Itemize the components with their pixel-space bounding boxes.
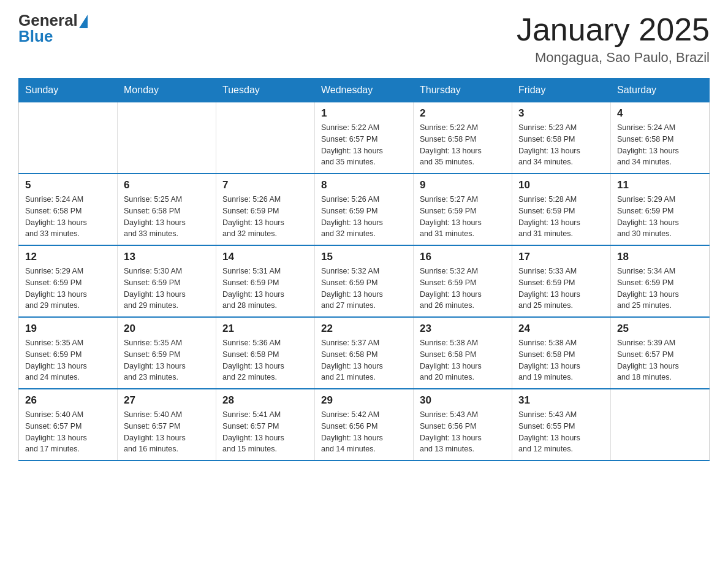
day-number: 7 xyxy=(222,179,308,191)
day-info: Sunrise: 5:22 AM Sunset: 6:58 PM Dayligh… xyxy=(420,122,506,168)
week-row-5: 26Sunrise: 5:40 AM Sunset: 6:57 PM Dayli… xyxy=(19,389,710,461)
day-number: 4 xyxy=(617,107,703,120)
day-number: 2 xyxy=(420,107,506,120)
day-number: 19 xyxy=(25,323,111,335)
day-info: Sunrise: 5:42 AM Sunset: 6:56 PM Dayligh… xyxy=(321,409,407,455)
calendar-cell: 17Sunrise: 5:33 AM Sunset: 6:59 PM Dayli… xyxy=(512,245,611,317)
day-info: Sunrise: 5:39 AM Sunset: 6:57 PM Dayligh… xyxy=(617,337,703,383)
calendar-month-year: January 2025 xyxy=(517,12,710,47)
day-info: Sunrise: 5:32 AM Sunset: 6:59 PM Dayligh… xyxy=(420,266,506,312)
page-header: General Blue January 2025 Mongagua, Sao … xyxy=(18,12,710,66)
day-info: Sunrise: 5:38 AM Sunset: 6:58 PM Dayligh… xyxy=(518,337,604,383)
day-info: Sunrise: 5:32 AM Sunset: 6:59 PM Dayligh… xyxy=(321,266,407,312)
day-info: Sunrise: 5:40 AM Sunset: 6:57 PM Dayligh… xyxy=(124,409,210,455)
calendar-cell: 10Sunrise: 5:28 AM Sunset: 6:59 PM Dayli… xyxy=(512,174,611,245)
day-info: Sunrise: 5:34 AM Sunset: 6:59 PM Dayligh… xyxy=(617,266,703,312)
day-info: Sunrise: 5:28 AM Sunset: 6:59 PM Dayligh… xyxy=(518,194,604,240)
day-number: 25 xyxy=(617,323,703,335)
calendar-cell: 21Sunrise: 5:36 AM Sunset: 6:58 PM Dayli… xyxy=(216,317,315,389)
day-number: 1 xyxy=(321,107,407,120)
calendar-cell: 16Sunrise: 5:32 AM Sunset: 6:59 PM Dayli… xyxy=(414,245,512,317)
day-number: 13 xyxy=(124,251,210,263)
day-number: 29 xyxy=(321,394,407,407)
day-info: Sunrise: 5:24 AM Sunset: 6:58 PM Dayligh… xyxy=(617,122,703,168)
calendar-cell: 26Sunrise: 5:40 AM Sunset: 6:57 PM Dayli… xyxy=(19,389,118,461)
calendar-cell: 3Sunrise: 5:23 AM Sunset: 6:58 PM Daylig… xyxy=(512,102,611,174)
calendar-cell: 19Sunrise: 5:35 AM Sunset: 6:59 PM Dayli… xyxy=(19,317,118,389)
day-header-tuesday: Tuesday xyxy=(216,79,315,102)
day-info: Sunrise: 5:31 AM Sunset: 6:59 PM Dayligh… xyxy=(222,266,308,312)
day-number: 10 xyxy=(518,179,604,191)
days-of-week-row: SundayMondayTuesdayWednesdayThursdayFrid… xyxy=(19,79,710,102)
day-info: Sunrise: 5:22 AM Sunset: 6:57 PM Dayligh… xyxy=(321,122,407,168)
calendar-cell: 18Sunrise: 5:34 AM Sunset: 6:59 PM Dayli… xyxy=(611,245,710,317)
calendar-title-section: January 2025 Mongagua, Sao Paulo, Brazil xyxy=(517,12,710,66)
calendar-cell: 2Sunrise: 5:22 AM Sunset: 6:58 PM Daylig… xyxy=(414,102,512,174)
calendar-cell: 27Sunrise: 5:40 AM Sunset: 6:57 PM Dayli… xyxy=(118,389,216,461)
calendar-cell: 6Sunrise: 5:25 AM Sunset: 6:58 PM Daylig… xyxy=(118,174,216,245)
day-number: 22 xyxy=(321,323,407,335)
calendar-cell: 24Sunrise: 5:38 AM Sunset: 6:58 PM Dayli… xyxy=(512,317,611,389)
calendar-cell: 31Sunrise: 5:43 AM Sunset: 6:55 PM Dayli… xyxy=(512,389,611,461)
day-number: 14 xyxy=(222,251,308,263)
day-header-wednesday: Wednesday xyxy=(315,79,414,102)
calendar-cell: 30Sunrise: 5:43 AM Sunset: 6:56 PM Dayli… xyxy=(414,389,512,461)
day-number: 12 xyxy=(25,251,111,263)
calendar-cell xyxy=(611,389,710,461)
calendar-cell: 22Sunrise: 5:37 AM Sunset: 6:58 PM Dayli… xyxy=(315,317,414,389)
day-header-sunday: Sunday xyxy=(19,79,118,102)
day-number: 21 xyxy=(222,323,308,335)
day-number: 9 xyxy=(420,179,506,191)
calendar-cell: 29Sunrise: 5:42 AM Sunset: 6:56 PM Dayli… xyxy=(315,389,414,461)
week-row-2: 5Sunrise: 5:24 AM Sunset: 6:58 PM Daylig… xyxy=(19,174,710,245)
day-number: 27 xyxy=(124,394,210,407)
calendar-cell: 9Sunrise: 5:27 AM Sunset: 6:59 PM Daylig… xyxy=(414,174,512,245)
day-info: Sunrise: 5:23 AM Sunset: 6:58 PM Dayligh… xyxy=(518,122,604,168)
logo-blue-text: Blue xyxy=(18,28,88,44)
day-info: Sunrise: 5:36 AM Sunset: 6:58 PM Dayligh… xyxy=(222,337,308,383)
day-info: Sunrise: 5:33 AM Sunset: 6:59 PM Dayligh… xyxy=(518,266,604,312)
week-row-1: 1Sunrise: 5:22 AM Sunset: 6:57 PM Daylig… xyxy=(19,102,710,174)
day-info: Sunrise: 5:24 AM Sunset: 6:58 PM Dayligh… xyxy=(25,194,111,240)
day-info: Sunrise: 5:35 AM Sunset: 6:59 PM Dayligh… xyxy=(124,337,210,383)
day-number: 5 xyxy=(25,179,111,191)
calendar-cell: 23Sunrise: 5:38 AM Sunset: 6:58 PM Dayli… xyxy=(414,317,512,389)
calendar-cell: 1Sunrise: 5:22 AM Sunset: 6:57 PM Daylig… xyxy=(315,102,414,174)
calendar-cell xyxy=(19,102,118,174)
day-info: Sunrise: 5:38 AM Sunset: 6:58 PM Dayligh… xyxy=(420,337,506,383)
day-info: Sunrise: 5:40 AM Sunset: 6:57 PM Dayligh… xyxy=(25,409,111,455)
calendar-table: SundayMondayTuesdayWednesdayThursdayFrid… xyxy=(18,78,710,461)
day-number: 23 xyxy=(420,323,506,335)
day-info: Sunrise: 5:29 AM Sunset: 6:59 PM Dayligh… xyxy=(617,194,703,240)
day-info: Sunrise: 5:41 AM Sunset: 6:57 PM Dayligh… xyxy=(222,409,308,455)
day-number: 16 xyxy=(420,251,506,263)
day-info: Sunrise: 5:30 AM Sunset: 6:59 PM Dayligh… xyxy=(124,266,210,312)
day-info: Sunrise: 5:35 AM Sunset: 6:59 PM Dayligh… xyxy=(25,337,111,383)
day-header-monday: Monday xyxy=(118,79,216,102)
logo: General Blue xyxy=(18,12,88,44)
calendar-cell: 5Sunrise: 5:24 AM Sunset: 6:58 PM Daylig… xyxy=(19,174,118,245)
day-number: 11 xyxy=(617,179,703,191)
calendar-cell: 8Sunrise: 5:26 AM Sunset: 6:59 PM Daylig… xyxy=(315,174,414,245)
day-number: 24 xyxy=(518,323,604,335)
day-number: 6 xyxy=(124,179,210,191)
calendar-cell: 14Sunrise: 5:31 AM Sunset: 6:59 PM Dayli… xyxy=(216,245,315,317)
calendar-cell: 4Sunrise: 5:24 AM Sunset: 6:58 PM Daylig… xyxy=(611,102,710,174)
logo-triangle-icon xyxy=(79,15,88,28)
day-number: 3 xyxy=(518,107,604,120)
day-number: 26 xyxy=(25,394,111,407)
week-row-4: 19Sunrise: 5:35 AM Sunset: 6:59 PM Dayli… xyxy=(19,317,710,389)
calendar-cell: 20Sunrise: 5:35 AM Sunset: 6:59 PM Dayli… xyxy=(118,317,216,389)
day-info: Sunrise: 5:25 AM Sunset: 6:58 PM Dayligh… xyxy=(124,194,210,240)
day-number: 8 xyxy=(321,179,407,191)
day-info: Sunrise: 5:29 AM Sunset: 6:59 PM Dayligh… xyxy=(25,266,111,312)
calendar-cell xyxy=(216,102,315,174)
day-header-saturday: Saturday xyxy=(611,79,710,102)
calendar-cell: 12Sunrise: 5:29 AM Sunset: 6:59 PM Dayli… xyxy=(19,245,118,317)
calendar-cell: 13Sunrise: 5:30 AM Sunset: 6:59 PM Dayli… xyxy=(118,245,216,317)
day-header-thursday: Thursday xyxy=(414,79,512,102)
calendar-location: Mongagua, Sao Paulo, Brazil xyxy=(517,50,710,66)
calendar-cell: 11Sunrise: 5:29 AM Sunset: 6:59 PM Dayli… xyxy=(611,174,710,245)
day-number: 20 xyxy=(124,323,210,335)
calendar-cell: 7Sunrise: 5:26 AM Sunset: 6:59 PM Daylig… xyxy=(216,174,315,245)
